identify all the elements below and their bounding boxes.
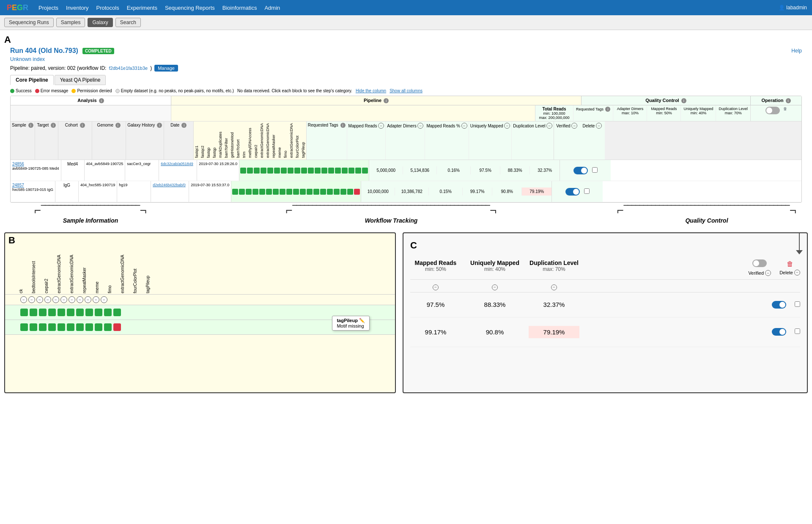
pipeline-cell[interactable]	[340, 189, 346, 195]
pipeline-cell[interactable]	[240, 168, 246, 174]
nav-protocols[interactable]: Protocols	[96, 5, 119, 11]
b-cell[interactable]	[48, 309, 56, 316]
btn-galaxy[interactable]: Galaxy	[88, 18, 112, 27]
requested-tags-info[interactable]: i	[605, 107, 610, 112]
pipeline-cell[interactable]	[261, 168, 266, 174]
b-cell[interactable]	[95, 323, 102, 331]
pipeline-cell[interactable]	[246, 189, 252, 195]
pipeline-cell[interactable]	[293, 189, 299, 195]
b-cell[interactable]	[85, 323, 93, 331]
delete-checkbox-1[interactable]	[592, 167, 598, 174]
verified-toggle-1[interactable]	[573, 167, 588, 174]
delete-checkbox-2[interactable]	[584, 188, 590, 195]
nav-experiments[interactable]: Experiments	[127, 5, 157, 11]
target-col-info[interactable]: i	[51, 123, 56, 128]
sample-id-link-2[interactable]: 24857	[12, 183, 24, 188]
galaxy-history-link-1[interactable]: 6dc32cab/a051849	[161, 162, 193, 166]
c-delete-checkbox-1[interactable]	[795, 301, 800, 308]
cohort-col-info[interactable]: i	[80, 123, 85, 128]
pipeline-cell[interactable]	[348, 168, 354, 174]
genome-col-info[interactable]: i	[115, 123, 121, 128]
b-cell[interactable]	[20, 323, 28, 331]
c-delete-minus[interactable]: −	[794, 270, 800, 276]
pipeline-cell[interactable]	[347, 189, 353, 195]
b-minus-3[interactable]: −	[36, 296, 43, 303]
galaxy-history-link-2[interactable]: d2eb246b432bab/0	[153, 183, 186, 187]
verified-toggle-2[interactable]	[565, 188, 580, 196]
pipeline-cell[interactable]	[327, 189, 333, 195]
dup-level-col-minus[interactable]: −	[546, 123, 552, 129]
pipeline-cell[interactable]	[294, 168, 300, 174]
pipeline-cell[interactable]	[247, 168, 253, 174]
pipeline-cell[interactable]	[267, 168, 273, 174]
pipeline-cell[interactable]	[254, 168, 260, 174]
pipeline-cell-error[interactable]	[354, 189, 360, 195]
galaxy-history-col-info[interactable]: i	[157, 123, 162, 128]
b-cell[interactable]	[58, 309, 65, 316]
nav-sequencing-reports[interactable]: Sequencing Reports	[165, 5, 215, 11]
pipeline-cell[interactable]	[273, 189, 279, 195]
b-cell[interactable]	[48, 323, 56, 331]
b-cell[interactable]	[39, 309, 47, 316]
b-minus-9[interactable]: −	[85, 296, 91, 303]
c-verified-toggle-header[interactable]	[752, 259, 767, 267]
pipeline-cell[interactable]	[286, 189, 292, 195]
b-cell[interactable]	[104, 323, 112, 331]
pipeline-cell[interactable]	[355, 168, 361, 174]
b-cell[interactable]	[113, 309, 121, 316]
date-col-info[interactable]: i	[181, 123, 187, 128]
btn-samples[interactable]: Samples	[56, 18, 85, 27]
req-tags-col-info[interactable]: i	[340, 123, 346, 128]
btn-search[interactable]: Search	[115, 18, 141, 27]
c-verified-minus[interactable]: −	[765, 270, 771, 276]
nav-admin[interactable]: Admin	[264, 5, 280, 11]
b-minus-7[interactable]: −	[69, 296, 75, 303]
hide-column-link[interactable]: Hide the column	[356, 88, 386, 93]
c-dup-minus[interactable]: −	[551, 284, 557, 290]
b-cell[interactable]	[30, 309, 37, 316]
pipeline-info-icon[interactable]: i	[384, 98, 389, 103]
mapped-reads-pct-col-minus[interactable]: −	[461, 123, 467, 129]
verified-col-minus[interactable]: −	[571, 123, 577, 129]
b-cell[interactable]	[76, 309, 84, 316]
b-cell[interactable]	[76, 323, 84, 331]
unknown-index-link[interactable]: Unknown index	[10, 56, 802, 62]
pipeline-cell[interactable]	[281, 168, 287, 174]
pipeline-cell[interactable]	[288, 168, 294, 174]
pipeline-cell[interactable]	[315, 168, 321, 174]
b-minus-4[interactable]: −	[44, 296, 51, 303]
pipeline-cell[interactable]	[328, 168, 334, 174]
pipeline-cell[interactable]	[335, 168, 341, 174]
pipeline-cell[interactable]	[259, 189, 265, 195]
btn-sequencing-runs[interactable]: Sequencing Runs	[4, 18, 54, 27]
c-verified-toggle-2[interactable]	[772, 328, 786, 336]
qc-info-icon[interactable]: i	[681, 98, 686, 103]
b-minus-6[interactable]: −	[60, 296, 67, 303]
pipeline-cell[interactable]	[239, 189, 245, 195]
pipeline-cell[interactable]	[252, 189, 258, 195]
pipeline-cell[interactable]	[280, 189, 285, 195]
sample-col-info[interactable]: i	[28, 123, 33, 128]
mapped-reads-col-minus[interactable]: −	[378, 123, 384, 129]
pipeline-cell[interactable]	[334, 189, 340, 195]
analysis-info-icon[interactable]: i	[99, 98, 104, 103]
c-delete-checkbox-2[interactable]	[795, 328, 800, 335]
delete-col-minus[interactable]: −	[596, 123, 602, 129]
pipeline-cell[interactable]	[232, 189, 238, 195]
b-minus-2[interactable]: −	[28, 296, 35, 303]
b-cell[interactable]	[67, 309, 74, 316]
operation-info-icon[interactable]: i	[786, 98, 791, 103]
b-cell[interactable]	[95, 309, 102, 316]
b-minus-8[interactable]: −	[77, 296, 83, 303]
uniquely-mapped-col-minus[interactable]: −	[504, 123, 510, 129]
nav-bioinformatics[interactable]: Bioinformatics	[222, 5, 257, 11]
pipeline-cell[interactable]	[320, 189, 326, 195]
pipeline-cell[interactable]	[308, 168, 314, 174]
pipeline-cell[interactable]	[301, 168, 307, 174]
sample-id-link-1[interactable]: 24856	[12, 162, 24, 166]
pipeline-cell[interactable]	[321, 168, 327, 174]
help-link[interactable]: Help	[791, 48, 802, 54]
b-cell-error[interactable]	[113, 323, 121, 331]
nav-projects[interactable]: Projects	[38, 5, 58, 11]
b-cell[interactable]	[104, 309, 112, 316]
